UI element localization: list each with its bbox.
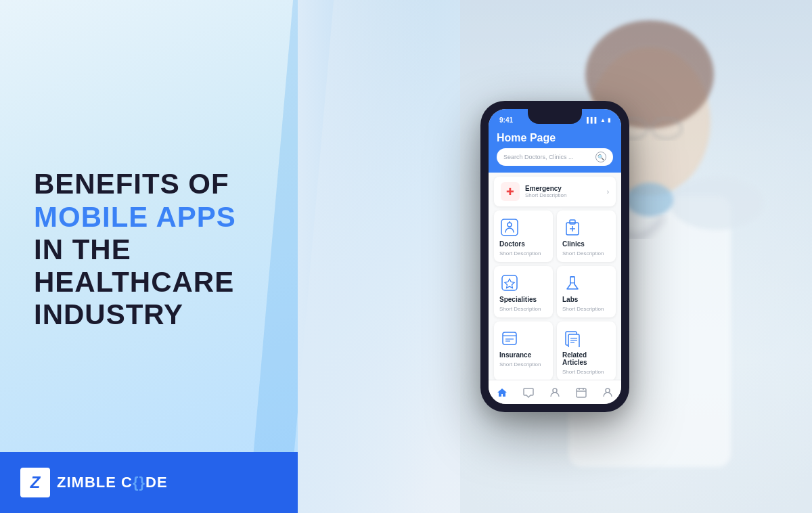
clinics-title: Clinics [562,240,585,248]
grid-section-2: Specialities Short Description [494,266,616,317]
doctors-icon [499,217,520,238]
headline-line4: INDUSTRY [34,298,183,330]
headline-line2: IN THE [34,233,131,265]
labs-icon [562,273,583,293]
specialities-desc: Short Description [499,306,541,312]
phone-notch [528,109,582,124]
clinics-desc: Short Description [562,250,604,256]
articles-icon [562,328,583,349]
search-bar[interactable]: Search Doctors, Clinics ... 🔍 [497,148,613,166]
status-time: 9:41 [499,116,513,124]
app-title: Home Page [497,132,613,144]
grid-item-doctors[interactable]: Doctors Short Description [494,210,553,262]
articles-title: Related Articles [562,351,610,366]
logo-z-icon: Z [20,468,50,497]
svg-point-33 [606,388,610,393]
svg-rect-16 [502,275,517,290]
headline-line3: HEALTHCARE [34,266,234,298]
nav-home[interactable] [497,387,508,398]
grid-item-articles[interactable]: Related Articles Short Description [557,321,616,380]
search-placeholder: Search Doctors, Clinics ... [503,154,574,160]
articles-desc: Short Description [562,369,604,375]
clinics-icon [562,217,583,238]
grid-item-clinics[interactable]: Clinics Short Description [557,210,616,262]
logo-text: ZIMBLE C{}DE [57,474,168,491]
zimble-logo: Z ZIMBLE C{}DE [20,468,168,497]
specialities-title: Specialities [499,296,537,303]
emergency-title: Emergency [525,185,602,192]
specialities-icon [499,273,520,293]
signal-icon: ▌▌▌ [587,117,598,123]
nav-profile[interactable] [602,387,613,398]
svg-rect-13 [570,220,575,224]
svg-point-5 [670,176,765,230]
emergency-arrow-icon: › [607,188,609,196]
phone-device: 9:41 ▌▌▌ ▲ ▮ Home Page Search Doctors, C… [480,101,629,412]
headline-line1: BENEFITS OF [34,168,229,200]
app-header: Home Page Search Doctors, Clinics ... 🔍 [489,128,621,173]
nav-chat[interactable] [523,387,534,398]
nav-doctor[interactable] [549,387,560,398]
svg-point-6 [626,183,673,217]
emergency-desc: Short Description [525,192,602,198]
labs-desc: Short Description [562,306,604,312]
grid-section-3: Insurance Short Description [494,321,616,380]
headline-highlight: MOBILE APPS [34,201,264,233]
doctors-desc: Short Description [499,250,541,256]
search-icon[interactable]: 🔍 [595,152,606,162]
app-content: ✚ Emergency Short Description › [489,173,621,380]
battery-icon: ▮ [608,117,610,123]
bottom-nav [489,380,621,404]
company-logo-bar: Z ZIMBLE C{}DE [0,452,298,513]
phone-screen: 9:41 ▌▌▌ ▲ ▮ Home Page Search Doctors, C… [489,109,621,404]
status-icons: ▌▌▌ ▲ ▮ [587,117,610,123]
wifi-icon: ▲ [600,117,606,123]
right-panel: 9:41 ▌▌▌ ▲ ▮ Home Page Search Doctors, C… [298,0,812,513]
main-headline: BENEFITS OF MOBILE APPS IN THE HEALTHCAR… [34,168,264,331]
insurance-icon [499,328,520,349]
grid-item-specialities[interactable]: Specialities Short Description [494,266,553,317]
bracket-close: } [139,474,145,491]
doctors-title: Doctors [499,240,525,248]
svg-rect-29 [577,388,586,397]
emergency-text: Emergency Short Description [525,185,602,198]
emergency-row[interactable]: ✚ Emergency Short Description › [494,177,616,206]
emergency-icon: ✚ [501,182,520,201]
insurance-desc: Short Description [499,361,541,367]
grid-item-insurance[interactable]: Insurance Short Description [494,321,553,380]
phone-mockup-container: 9:41 ▌▌▌ ▲ ▮ Home Page Search Doctors, C… [480,101,629,412]
nav-calendar[interactable] [576,387,587,398]
svg-point-10 [508,223,512,227]
svg-point-28 [553,388,557,393]
grid-section-1: Doctors Short Description [494,210,616,262]
blur-overlay [298,0,433,513]
insurance-title: Insurance [499,351,531,359]
grid-item-labs[interactable]: Labs Short Description [557,266,616,317]
left-panel: BENEFITS OF MOBILE APPS IN THE HEALTHCAR… [0,0,298,513]
svg-rect-19 [503,332,516,344]
labs-title: Labs [562,296,578,303]
